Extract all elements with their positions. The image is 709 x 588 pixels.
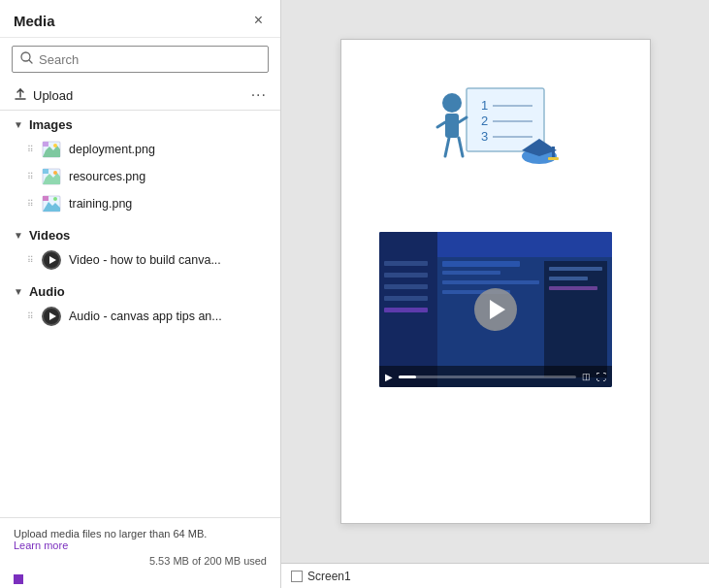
svg-rect-37 (442, 261, 520, 267)
upload-label: Upload (33, 88, 73, 103)
drag-handle-icon: ⠿ (27, 312, 34, 321)
svg-rect-29 (445, 114, 459, 138)
learn-more-link[interactable]: Learn more (14, 539, 68, 551)
drag-handle-icon: ⠿ (27, 256, 34, 265)
image-file-icon (42, 167, 61, 186)
media-sidebar: Media × (0, 0, 281, 588)
drag-handle-icon: ⠿ (27, 173, 34, 181)
svg-rect-43 (384, 284, 428, 289)
svg-rect-42 (384, 273, 428, 278)
svg-rect-45 (384, 308, 428, 312)
drag-handle-icon: ⠿ (27, 200, 34, 209)
screen-checkbox[interactable] (291, 571, 303, 582)
training-image: 1 2 3 (379, 59, 612, 214)
audio-list: ⠿ Audio - canvas app tips an... (0, 303, 280, 334)
svg-point-11 (53, 171, 57, 175)
svg-rect-47 (549, 267, 602, 271)
search-input[interactable] (39, 52, 260, 67)
screen-tab[interactable]: Screen1 (291, 570, 351, 583)
svg-point-15 (53, 197, 57, 201)
sidebar-title: Media (14, 13, 55, 29)
audio-section-label: Audio (29, 284, 65, 299)
main-canvas-area: 1 2 3 (281, 0, 709, 588)
video-progress-bar[interactable] (399, 376, 576, 378)
sidebar-header: Media × (0, 0, 280, 38)
image-file-icon (42, 140, 61, 159)
images-section-header[interactable]: ▼ Images (0, 111, 280, 136)
svg-rect-5 (43, 142, 48, 147)
upload-left: Upload (14, 87, 73, 104)
sidebar-footer: Upload media files no larger than 64 MB.… (0, 517, 280, 574)
video-thumbnail[interactable]: ▶ ◫ ⛶ (379, 232, 612, 387)
search-icon (20, 51, 33, 67)
upload-icon (14, 87, 27, 104)
svg-rect-38 (442, 271, 500, 275)
bottom-bar: Screen1 (281, 563, 709, 588)
app-container: Media × (0, 0, 709, 588)
svg-point-7 (53, 144, 57, 147)
svg-rect-41 (384, 261, 428, 266)
screen-label: Screen1 (307, 570, 351, 583)
list-item[interactable]: ⠿ deployment.png (0, 136, 280, 163)
svg-text:2: 2 (481, 114, 488, 128)
audio-file-icon (42, 307, 61, 326)
close-button[interactable]: × (250, 10, 267, 31)
image-item-label: resources.png (69, 170, 145, 183)
svg-rect-27 (548, 157, 559, 160)
play-control-icon[interactable]: ▶ (385, 372, 393, 382)
svg-rect-36 (437, 232, 612, 257)
status-indicator (14, 574, 23, 584)
search-box (12, 46, 269, 73)
svg-rect-9 (43, 169, 48, 174)
video-play-button[interactable] (474, 288, 517, 331)
images-list: ⠿ deployment.png ⠿ (0, 136, 280, 221)
list-item[interactable]: ⠿ Video - how to build canva... (0, 246, 280, 274)
image-file-icon (42, 194, 61, 213)
storage-info: 5.53 MB of 200 MB used (14, 555, 267, 567)
list-item[interactable]: ⠿ Audio - canvas app tips an... (0, 303, 280, 330)
svg-rect-17 (467, 88, 544, 151)
list-item[interactable]: ⠿ training.png (0, 190, 280, 217)
video-controls: ▶ ◫ ⛶ (379, 366, 612, 387)
video-progress-fill (399, 376, 416, 378)
drag-handle-icon: ⠿ (27, 146, 34, 154)
image-item-label: training.png (69, 197, 132, 211)
svg-rect-26 (552, 147, 555, 158)
upload-row[interactable]: Upload ··· (0, 81, 280, 110)
canvas-area[interactable]: 1 2 3 (281, 0, 709, 563)
phone-frame: 1 2 3 (340, 39, 651, 524)
videos-chevron-icon: ▼ (14, 230, 23, 241)
videos-section-header[interactable]: ▼ Videos (0, 221, 280, 246)
image-item-label: deployment.png (69, 143, 155, 156)
svg-rect-44 (384, 296, 428, 301)
videos-list: ⠿ Video - how to build canva... (0, 246, 280, 278)
video-item-label: Video - how to build canva... (69, 253, 221, 267)
audio-section-header[interactable]: ▼ Audio (0, 278, 280, 303)
upload-note: Upload media files no larger than 64 MB.… (14, 528, 267, 551)
fullscreen-icon[interactable]: ⛶ (596, 372, 606, 382)
audio-chevron-icon: ▼ (14, 286, 23, 297)
list-item[interactable]: ⠿ resources.png (0, 163, 280, 190)
svg-rect-13 (43, 196, 48, 201)
svg-point-28 (442, 93, 462, 113)
video-time: ◫ (582, 372, 591, 381)
images-chevron-icon: ▼ (14, 119, 23, 130)
audio-item-label: Audio - canvas app tips an... (69, 310, 222, 323)
svg-rect-49 (549, 286, 597, 290)
video-file-icon (42, 250, 61, 270)
svg-text:3: 3 (481, 129, 488, 144)
images-section-label: Images (29, 117, 73, 132)
videos-section-label: Videos (29, 228, 70, 243)
more-options-icon[interactable]: ··· (251, 86, 267, 104)
svg-text:1: 1 (481, 98, 488, 113)
svg-line-1 (29, 60, 32, 63)
svg-rect-48 (549, 277, 588, 280)
svg-rect-39 (442, 280, 539, 284)
